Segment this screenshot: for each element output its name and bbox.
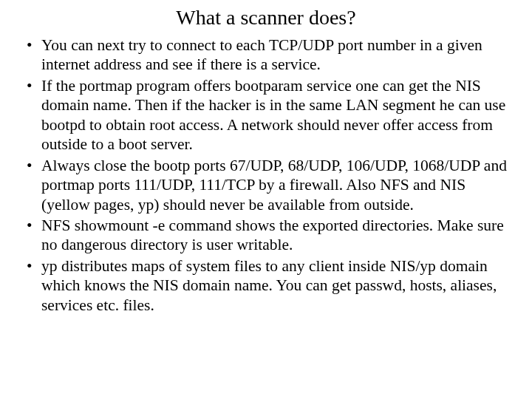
list-item: Always close the bootp ports 67/UDP, 68/…	[41, 156, 511, 214]
list-item: yp distributes maps of system files to a…	[41, 256, 511, 315]
slide: What a scanner does? You can next try to…	[0, 0, 532, 399]
slide-title: What a scanner does?	[21, 6, 511, 30]
list-item: You can next try to connect to each TCP/…	[41, 35, 511, 75]
list-item: NFS showmount -e command shows the expor…	[41, 216, 511, 255]
bullet-list: You can next try to connect to each TCP/…	[21, 35, 511, 315]
list-item: If the portmap program offers bootparam …	[41, 76, 511, 154]
